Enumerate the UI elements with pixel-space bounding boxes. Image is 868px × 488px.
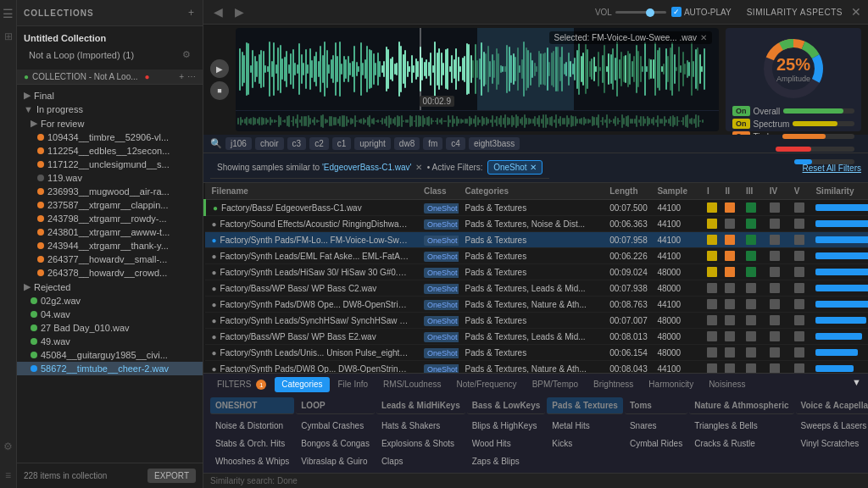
filter-header-leads[interactable]: Leads & MidHiKeys [376, 397, 465, 414]
filter-header-toms[interactable]: Toms [625, 397, 687, 414]
table-row[interactable]: ●Factory/Bass/ EdgeoverBass-C1.wav OneSh… [205, 200, 869, 216]
export-button[interactable]: EXPORT [147, 469, 196, 483]
filter-blips[interactable]: Blips & HighKeys [467, 418, 546, 434]
filter-kicks[interactable]: Kicks [547, 435, 623, 452]
menu-icon[interactable]: ⋯ [187, 72, 196, 81]
tree-item-final[interactable]: ▶ Final [17, 88, 203, 103]
table-row[interactable]: ●Factory/Synth Leads/HiSaw 30/ HiSaw 30 … [205, 264, 869, 280]
tag-upright[interactable]: upright [354, 137, 391, 150]
collapse-icon[interactable]: ▼ [852, 377, 861, 393]
forward-button[interactable]: ▶ [231, 3, 248, 20]
filter-header-nature[interactable]: Nature & Athmospheric [689, 397, 793, 414]
list-item[interactable]: 109434__timbre__52906-vl... [17, 130, 203, 144]
filter-header-oneshot[interactable]: ONESHOT [210, 397, 294, 414]
tag-c2[interactable]: c2 [309, 137, 329, 150]
filter-header-voice[interactable]: Voice & Acapella [796, 397, 869, 414]
settings-icon[interactable]: ⚙ [3, 441, 13, 452]
remove-filter-x[interactable]: ✕ [415, 163, 422, 172]
tag-dw8[interactable]: dw8 [394, 137, 420, 150]
list-item[interactable]: 236993__mugwood__air-ra... [17, 185, 203, 198]
waveform-display[interactable]: 00:02.9 Selected: FM-Voice-Low-Swee... .… [236, 28, 719, 131]
collection-icon[interactable]: ☰ [3, 7, 14, 20]
list-item[interactable]: 264377__howardv__small-... [17, 252, 203, 266]
tab-filters[interactable]: FILTERS 1 [210, 377, 273, 393]
overall-tag[interactable]: On [732, 106, 750, 116]
list-item[interactable]: 45084__guitarguy1985__civi... [17, 348, 203, 362]
table-row[interactable]: ●Factory/Synth Leads/EML Fat Aske... EML… [205, 248, 869, 264]
list-item[interactable]: 49.wav [17, 335, 203, 348]
filter-stabs[interactable]: Stabs & Orch. Hits [210, 435, 294, 452]
filter-claps[interactable]: Claps [376, 453, 465, 469]
list-item-selected[interactable]: 58672__timtube__cheer-2.wav [17, 362, 203, 375]
volume-slider[interactable] [615, 11, 666, 14]
tag-c4[interactable]: c4 [446, 137, 465, 150]
tab-harmonicity[interactable]: Harmonicity [642, 377, 700, 393]
list-item[interactable]: 243798__xtrgamr__rowdy-... [17, 212, 203, 225]
filter-icon[interactable]: ≡ [5, 469, 11, 481]
filter-header-bass[interactable]: Bass & LowKeys [467, 397, 546, 414]
table-row[interactable]: ●Factory/Bass/WP Bass/ WP Bass C2.wav On… [205, 280, 869, 297]
list-item[interactable]: 237587__xtrgamr__clappin... [17, 198, 203, 212]
table-row[interactable]: ●Factory/Synth Pads/FM-Lo... FM-Voice-Lo… [205, 232, 869, 248]
stop-button[interactable]: ■ [210, 81, 229, 100]
table-row[interactable]: ●Factory/Bass/WP Bass/ WP Bass E2.wav On… [205, 329, 869, 345]
tab-categories[interactable]: Categories [275, 377, 329, 393]
tab-file-info[interactable]: File Info [331, 377, 376, 393]
filter-snares[interactable]: Snares [625, 418, 687, 434]
collection-sub[interactable]: Not a Loop (Imported) (1) ⚙ [24, 47, 196, 63]
autoplay-checkbox[interactable]: ✓ [671, 7, 682, 17]
tag-c3[interactable]: c3 [287, 137, 307, 150]
add-icon[interactable]: + [179, 72, 184, 81]
filter-wood-hits[interactable]: Wood Hits [467, 435, 546, 452]
tab-noisiness[interactable]: Noisiness [702, 377, 752, 393]
filter-noise-distortion[interactable]: Noise & Distortion [210, 418, 294, 434]
tree-item-rejected[interactable]: ▶ Rejected [17, 280, 203, 294]
filter-whooshes[interactable]: Whooshes & Whips [210, 453, 294, 469]
filter-header-loop[interactable]: LOOP [296, 397, 375, 414]
tag-eight3bass[interactable]: eight3bass [469, 137, 520, 150]
table-row[interactable]: ●Factory/Synth Pads/DW8 Ope... DW8-OpenS… [205, 297, 869, 313]
gear-icon[interactable]: ⚙ [182, 49, 191, 60]
list-item[interactable]: 264378__howardv__crowd... [17, 266, 203, 280]
filter-vinyl[interactable]: Vinyl Scratches [796, 435, 869, 452]
play-button[interactable]: ▶ [210, 59, 229, 78]
add-collection-button[interactable]: + [186, 5, 196, 20]
tab-bpm[interactable]: BPM/Tempo [526, 377, 585, 393]
close-similarity-button[interactable]: ✕ [851, 5, 861, 19]
oneshot-filter-chip[interactable]: OneShot ✕ [487, 160, 542, 175]
list-item[interactable]: 27 Bad Day_010.wav [17, 321, 203, 335]
filter-sweeps[interactable]: Sweeps & Lasers [796, 418, 869, 434]
filter-vibraslap[interactable]: Vibraslap & Guiro [296, 453, 375, 469]
tree-item-inprogress[interactable]: ▼ In progress [17, 103, 203, 116]
filter-header-pads[interactable]: Pads & Textures [547, 397, 623, 414]
filter-cymbal-rides[interactable]: Cymbal Rides [625, 435, 687, 452]
tab-brightness[interactable]: Brightness [587, 377, 640, 393]
list-item[interactable]: 112254__edbles__12secon... [17, 144, 203, 158]
tree-item-forreview[interactable]: ▶ For review [17, 116, 203, 130]
tab-note[interactable]: Note/Frequency [449, 377, 523, 393]
volume-thumb[interactable] [646, 8, 654, 17]
table-row[interactable]: ●Factory/Synth Pads/DW8 Op... DW8-OpenSt… [205, 361, 869, 373]
list-item[interactable]: 117122__unclesigmund__s... [17, 158, 203, 171]
reset-filters-button[interactable]: Reset All Filters [803, 164, 861, 173]
spectrum-tag[interactable]: On [732, 119, 750, 129]
filter-triangles[interactable]: Triangles & Bells [689, 418, 793, 434]
tag-j106[interactable]: j106 [225, 137, 252, 150]
filter-cracks[interactable]: Cracks & Rustle [689, 435, 793, 452]
table-row[interactable]: ●Factory/Synth Leads/Unis... Unison Puls… [205, 345, 869, 361]
tag-c1[interactable]: c1 [332, 137, 352, 150]
filter-metal-hits[interactable]: Metal Hits [547, 418, 623, 434]
list-item[interactable]: 243801__xtrgamr__awww-t... [17, 225, 203, 239]
tag-choir[interactable]: choir [255, 137, 284, 150]
waveform-mini[interactable] [236, 110, 719, 131]
table-row[interactable]: ●Factory/Synth Leads/SynchHSaw/ SynchHSa… [205, 313, 869, 329]
filter-hats[interactable]: Hats & Shakers [376, 418, 465, 434]
grid-icon[interactable]: ⊞ [4, 30, 13, 42]
close-file-icon[interactable]: ✕ [700, 33, 707, 42]
filter-explosions[interactable]: Explosions & Shots [376, 435, 465, 452]
tab-rms[interactable]: RMS/Loudness [376, 377, 448, 393]
list-item[interactable]: 02g2.wav [17, 294, 203, 308]
list-item[interactable]: 119.wav [17, 171, 203, 185]
list-item[interactable]: 243944__xtrgamr__thank-y... [17, 239, 203, 252]
filter-zaps[interactable]: Zaps & Blips [467, 453, 546, 469]
